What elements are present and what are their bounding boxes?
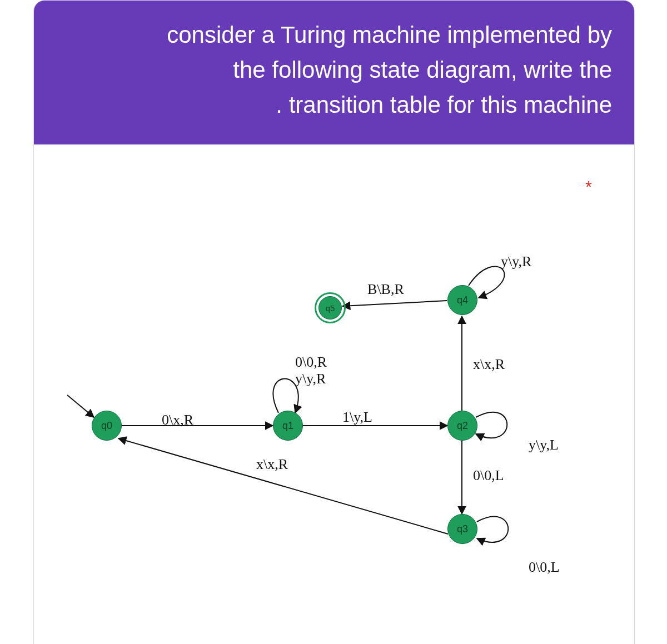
state-label: q4 — [457, 294, 468, 306]
state-label: q5 — [326, 303, 335, 313]
header-line-1: consider a Turing machine implemented by — [56, 17, 612, 52]
state-label: q3 — [457, 523, 468, 535]
edge-label-q2-q2: y\y,L — [529, 437, 559, 453]
state-q4: q4 — [447, 285, 477, 315]
state-q5-final: q5 — [318, 296, 342, 319]
edge-label-q3-q0: x\x,R — [256, 456, 288, 473]
state-q2: q2 — [447, 411, 477, 441]
edge-label-q4-q5: B\B,R — [367, 281, 404, 298]
question-header: consider a Turing machine implemented by… — [34, 1, 634, 144]
header-line-2: the following state diagram, write the — [56, 52, 612, 87]
state-q3: q3 — [447, 514, 477, 544]
state-q0: q0 — [92, 411, 122, 441]
header-line-3: . transition table for this machine — [56, 87, 612, 122]
state-diagram: q0 q1 q2 q3 q4 q5 0\x,R 0\0,R y\y,R 1\y,… — [34, 145, 634, 644]
edge-label-q2-q3: 0\0,L — [473, 467, 504, 484]
state-label: q1 — [282, 420, 293, 432]
edge-label-q1-q1-a: 0\0,R — [295, 354, 327, 371]
state-label: q0 — [101, 420, 112, 432]
question-card: consider a Turing machine implemented by… — [33, 0, 635, 644]
edge-label-q4-q4: y\y,R — [501, 253, 531, 270]
state-label: q2 — [457, 420, 468, 432]
state-q1: q1 — [273, 411, 303, 441]
edge-label-q2-q4: x\x,R — [473, 356, 505, 373]
edge-label-q1-q2: 1\y,L — [342, 409, 372, 426]
edge-label-q0-q1: 0\x,R — [162, 412, 193, 428]
edge-label-q3-q3: 0\0,L — [529, 559, 560, 576]
edge-label-q1-q1-b: y\y,R — [295, 371, 326, 387]
